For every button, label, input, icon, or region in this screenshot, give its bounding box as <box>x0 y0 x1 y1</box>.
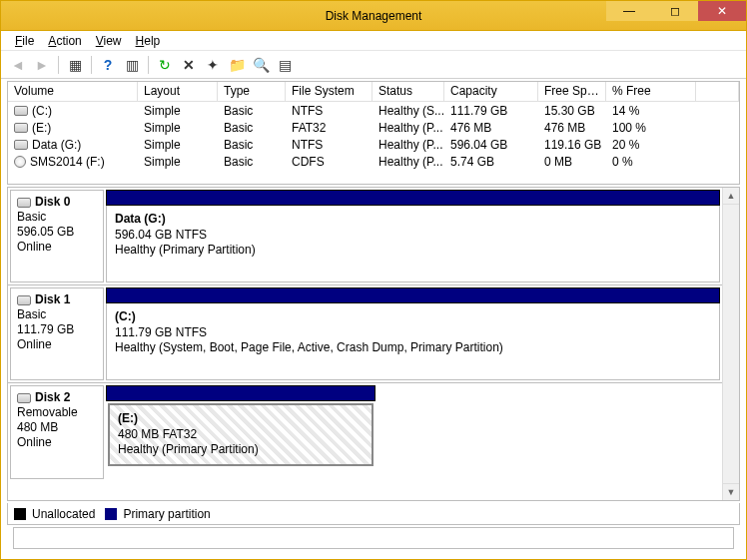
partition-size-fs: 111.79 GB NTFS <box>115 325 711 341</box>
legend-swatch-unallocated <box>14 508 26 520</box>
partition-size-fs: 596.04 GB NTFS <box>115 228 711 244</box>
properties-icon[interactable]: ✦ <box>202 54 224 76</box>
partition-status: Healthy (Primary Partition) <box>115 243 711 259</box>
disk-state: Online <box>17 240 97 255</box>
disk-size: 111.79 GB <box>17 322 97 337</box>
menu-file[interactable]: File <box>9 32 40 50</box>
legend: Unallocated Primary partition <box>7 503 740 525</box>
disk-volume-wrap: (C:)111.79 GB NTFSHealthy (System, Boot,… <box>106 287 720 380</box>
volume-row[interactable]: (C:)SimpleBasicNTFSHealthy (S...111.79 G… <box>8 102 739 119</box>
menu-action[interactable]: Action <box>42 32 87 50</box>
search-icon[interactable]: 🔍 <box>250 54 272 76</box>
volume-layout: Simple <box>138 136 218 153</box>
partition-box[interactable]: (E:)480 MB FAT32Healthy (Primary Partiti… <box>108 403 374 466</box>
volume-free: 15.30 GB <box>538 102 606 119</box>
disk-row: Disk 1Basic111.79 GBOnline(C:)111.79 GB … <box>8 285 722 383</box>
col-type[interactable]: Type <box>218 82 286 101</box>
titlebar[interactable]: Disk Management — ◻ ✕ <box>1 1 746 31</box>
disk-icon <box>14 123 28 133</box>
partition-box[interactable]: (C:)111.79 GB NTFSHealthy (System, Boot,… <box>106 303 720 380</box>
legend-label-unallocated: Unallocated <box>32 507 95 521</box>
disk-info[interactable]: Disk 2Removable480 MBOnline <box>10 385 104 479</box>
disk-row: Disk 2Removable480 MBOnline(E:)480 MB FA… <box>8 383 722 481</box>
disk-icon <box>14 106 28 116</box>
toolbar-sep <box>91 56 92 74</box>
disk-size: 480 MB <box>17 420 97 435</box>
open-folder-icon[interactable]: 📁 <box>226 54 248 76</box>
disk-management-window: Disk Management — ◻ ✕ File Action View H… <box>0 0 747 560</box>
vertical-scrollbar[interactable]: ▲ ▼ <box>722 188 739 500</box>
volume-status: Healthy (P... <box>373 119 444 136</box>
col-filler <box>696 82 739 101</box>
minimize-button[interactable]: — <box>606 1 652 21</box>
legend-swatch-primary <box>105 508 117 520</box>
volume-list-header: Volume Layout Type File System Status Ca… <box>8 82 739 102</box>
help-icon[interactable]: ? <box>97 54 119 76</box>
volume-name: Data (G:) <box>32 138 81 152</box>
col-capacity[interactable]: Capacity <box>444 82 538 101</box>
volume-capacity: 596.04 GB <box>444 136 538 153</box>
show-hide-console-tree-icon[interactable]: ▦ <box>64 54 86 76</box>
volume-list-body: (C:)SimpleBasicNTFSHealthy (S...111.79 G… <box>8 102 739 170</box>
disk-row: Disk 0Basic596.05 GBOnlineData (G:)596.0… <box>8 188 722 285</box>
settings-pane-icon[interactable]: ▥ <box>121 54 143 76</box>
volume-status: Healthy (P... <box>373 153 444 170</box>
volume-row[interactable]: (E:)SimpleBasicFAT32Healthy (P...476 MB4… <box>8 119 739 136</box>
partition-box[interactable]: Data (G:)596.04 GB NTFSHealthy (Primary … <box>106 206 720 282</box>
volume-row[interactable]: Data (G:)SimpleBasicNTFSHealthy (P...596… <box>8 136 739 153</box>
scroll-down-icon[interactable]: ▼ <box>723 483 739 500</box>
disk-info[interactable]: Disk 0Basic596.05 GBOnline <box>10 190 104 282</box>
col-pct-free[interactable]: % Free <box>606 82 696 101</box>
disk-volume-wrap: Data (G:)596.04 GB NTFSHealthy (Primary … <box>106 190 720 282</box>
disk-state: Online <box>17 435 97 450</box>
volume-layout: Simple <box>138 153 218 170</box>
back-button[interactable]: ◄ <box>7 54 29 76</box>
disk-size: 596.05 GB <box>17 225 97 240</box>
rescan-disks-icon[interactable]: ▤ <box>274 54 296 76</box>
col-volume[interactable]: Volume <box>8 82 138 101</box>
disk-name: Disk 1 <box>35 292 70 307</box>
disk-kind: Basic <box>17 210 97 225</box>
disk-volume-wrap: (E:)480 MB FAT32Healthy (Primary Partiti… <box>106 385 720 479</box>
partition-title: Data (G:) <box>115 212 711 228</box>
forward-button[interactable]: ► <box>31 54 53 76</box>
partition-title: (C:) <box>115 309 711 325</box>
disk-icon <box>17 393 31 403</box>
disk-state: Online <box>17 337 97 352</box>
volume-name: SMS2014 (F:) <box>30 155 105 169</box>
cd-icon <box>14 156 26 168</box>
col-layout[interactable]: Layout <box>138 82 218 101</box>
volume-row[interactable]: SMS2014 (F:)SimpleBasicCDFSHealthy (P...… <box>8 153 739 170</box>
close-button[interactable]: ✕ <box>698 1 746 21</box>
maximize-button[interactable]: ◻ <box>652 1 698 21</box>
volume-free: 0 MB <box>538 153 606 170</box>
volume-fs: NTFS <box>286 136 373 153</box>
volume-capacity: 5.74 GB <box>444 153 538 170</box>
refresh-icon[interactable]: ↻ <box>154 54 176 76</box>
col-status[interactable]: Status <box>373 82 444 101</box>
menu-help[interactable]: Help <box>130 32 167 50</box>
volume-layout: Simple <box>138 119 218 136</box>
volume-fs: CDFS <box>286 153 373 170</box>
volume-status: Healthy (S... <box>373 102 444 119</box>
disk-icon <box>17 198 31 208</box>
scroll-up-icon[interactable]: ▲ <box>723 188 739 205</box>
col-free-space[interactable]: Free Spa... <box>538 82 606 101</box>
delete-icon[interactable]: ✕ <box>178 54 200 76</box>
volume-type: Basic <box>218 102 286 119</box>
partition-title: (E:) <box>118 411 364 427</box>
volume-free: 476 MB <box>538 119 606 136</box>
volume-fs: NTFS <box>286 102 373 119</box>
partition-status: Healthy (System, Boot, Page File, Active… <box>115 340 711 356</box>
volume-name: (C:) <box>32 104 52 118</box>
partition-bar <box>106 385 375 401</box>
volume-layout: Simple <box>138 102 218 119</box>
legend-label-primary: Primary partition <box>123 507 210 521</box>
partition-size-fs: 480 MB FAT32 <box>118 427 364 443</box>
disk-graphical-body: Disk 0Basic596.05 GBOnlineData (G:)596.0… <box>8 188 722 500</box>
disk-info[interactable]: Disk 1Basic111.79 GBOnline <box>10 287 104 380</box>
col-filesystem[interactable]: File System <box>286 82 373 101</box>
disk-icon <box>17 295 31 305</box>
partition-status: Healthy (Primary Partition) <box>118 442 364 458</box>
menu-view[interactable]: View <box>90 32 128 50</box>
